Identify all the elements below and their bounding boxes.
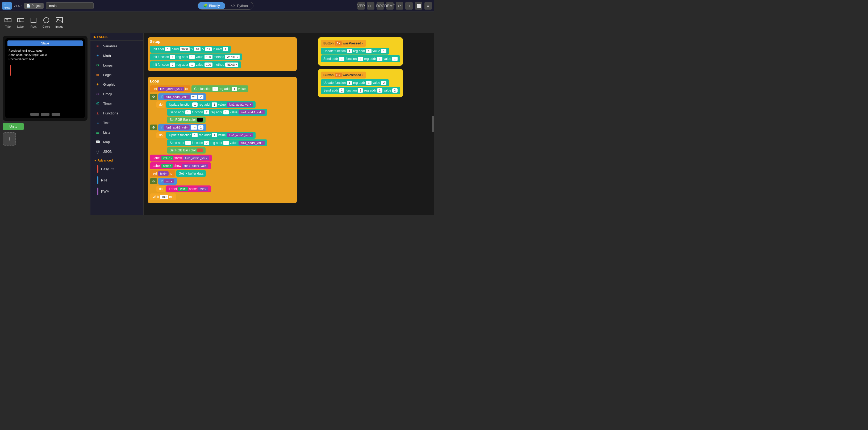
uart-val[interactable]: 1 — [223, 47, 228, 51]
bb-sa[interactable]: 1 — [339, 88, 344, 93]
do1-fn[interactable]: 2 — [204, 110, 209, 114]
if1-num[interactable]: 1 — [170, 55, 175, 59]
label2-val[interactable]: fun1_addr1_val ▾ — [182, 164, 208, 168]
ba-sa[interactable]: 1 — [339, 57, 344, 61]
sidebar-item-easy-io[interactable]: Easy I/O — [90, 163, 143, 175]
face-item-image[interactable]: Image — [55, 17, 64, 28]
do2-uf[interactable]: 1 — [192, 133, 197, 137]
do2-sa[interactable]: 1 — [185, 141, 191, 145]
sidebar-item-pin[interactable]: PIN — [90, 175, 143, 186]
gf-val[interactable]: 1 — [213, 87, 218, 91]
sidebar-item-text[interactable]: ≡ Text — [90, 118, 143, 127]
do1-ra[interactable]: 1 — [223, 110, 229, 114]
monitor-icon[interactable]: □□ — [367, 2, 374, 9]
bb-ra[interactable]: 1 — [377, 88, 382, 93]
face-item-circle[interactable]: Circle — [42, 17, 50, 28]
sidebar-item-variables[interactable]: ≈ Variables — [90, 41, 143, 51]
sidebar-item-json[interactable]: {} JSON — [90, 147, 143, 156]
set-var[interactable]: fun1_addr1_val ▾ — [158, 87, 184, 91]
do2-reg[interactable]: 1 — [212, 133, 217, 137]
blockly-button[interactable]: 🧩 Blockly — [198, 2, 225, 9]
sidebar-item-graphic[interactable]: ✦ Graphic — [90, 80, 143, 89]
btn-a-val[interactable]: A ▾ — [335, 41, 342, 46]
if2-num[interactable]: 2 — [170, 62, 175, 67]
advanced-header[interactable]: ▼ Advanced — [90, 157, 143, 163]
doc-icon[interactable]: DOC — [377, 2, 384, 9]
do1-sv[interactable]: fun1_addr1_val ▾ — [239, 110, 265, 114]
gear-if1[interactable]: ⚙ — [150, 94, 157, 100]
do1-sa[interactable]: 1 — [185, 110, 191, 114]
sidebar-item-loops[interactable]: ↻ Loops — [90, 60, 143, 70]
label1-var[interactable]: value ▾ — [161, 156, 173, 160]
if3-var[interactable]: text ▾ — [163, 179, 174, 183]
init-addr-val[interactable]: 1 — [165, 47, 170, 51]
face-item-title[interactable]: T Title — [4, 17, 12, 28]
do2-ra[interactable]: 1 — [223, 141, 229, 145]
gf-reg[interactable]: 1 — [231, 87, 237, 91]
sidebar-item-map[interactable]: 📖 Map — [90, 137, 143, 147]
menu-icon[interactable]: ≡ — [425, 2, 432, 9]
ver-icon[interactable]: VER — [358, 2, 365, 9]
main-input[interactable] — [46, 2, 94, 9]
fullscreen-icon[interactable]: ⬜ — [415, 2, 422, 9]
wait-val[interactable]: 100 — [160, 195, 168, 199]
sidebar-item-math[interactable]: ± Math — [90, 51, 143, 60]
if1-reg[interactable]: 1 — [189, 55, 195, 59]
do2-fn[interactable]: 2 — [204, 141, 209, 145]
do1-uf[interactable]: 1 — [192, 103, 197, 107]
text-var[interactable]: text ▾ — [158, 171, 168, 176]
gear-if2[interactable]: ⚙ — [150, 124, 157, 131]
ba-sv[interactable]: 1 — [392, 57, 398, 61]
sidebar-item-lists[interactable]: ☰ Lists — [90, 127, 143, 137]
if1-eq[interactable]: = ▾ — [191, 95, 197, 99]
tx-val[interactable]: 16 — [194, 47, 200, 51]
bb-reg[interactable]: 1 — [366, 81, 372, 85]
if1-val[interactable]: 100 — [205, 55, 213, 59]
ba-ra[interactable]: 1 — [377, 57, 382, 61]
sidebar-item-pwm[interactable]: PWM — [90, 186, 143, 197]
gear-if3[interactable]: ⚙ — [150, 178, 157, 184]
sidebar-item-timer[interactable]: ⏱ Timer — [90, 99, 143, 108]
do3-val[interactable]: text ▾ — [197, 187, 208, 191]
if2-eq[interactable]: = ▾ — [191, 125, 197, 130]
project-button[interactable]: 📄 Project — [24, 3, 43, 9]
ba-reg[interactable]: 1 — [366, 49, 372, 53]
btn-b-val[interactable]: B ▾ — [335, 73, 342, 77]
add-unit-button[interactable]: + — [3, 132, 16, 146]
redo-icon[interactable]: ↪ — [405, 2, 413, 9]
if2-val2[interactable]: 1 — [198, 125, 204, 130]
rgb2-swatch[interactable] — [197, 148, 203, 152]
if1-method[interactable]: WRITE ▾ — [225, 55, 239, 59]
ba-fn[interactable]: 2 — [358, 57, 363, 61]
sidebar-item-functions[interactable]: Σ Functions — [90, 108, 143, 118]
canvas-area[interactable]: Setup Init addr 1 baud 9600 tx 16 rx 17 … — [144, 33, 434, 215]
label1-val[interactable]: fun1_addr1_val ▾ — [183, 156, 209, 160]
if1-val2[interactable]: 2 — [198, 95, 204, 99]
do3-var[interactable]: Text ▾ — [178, 187, 188, 191]
bb-fn[interactable]: 2 — [358, 88, 363, 93]
undo-icon[interactable]: ↩ — [396, 2, 403, 9]
bb-uf[interactable]: 1 — [347, 81, 352, 85]
if1-var[interactable]: fun1_addr1_val ▾ — [163, 95, 190, 99]
if2-val[interactable]: 100 — [205, 62, 213, 67]
rgb1-swatch[interactable] — [197, 118, 203, 122]
face-item-label[interactable]: L Label — [17, 17, 25, 28]
bb-val[interactable]: 2 — [381, 81, 386, 85]
label2-var[interactable]: send ▾ — [161, 164, 173, 168]
do1-val[interactable]: fun1_addr1_val ▾ — [227, 103, 253, 107]
do1-reg[interactable]: 1 — [212, 103, 217, 107]
demo-icon[interactable]: DEMO — [386, 2, 394, 9]
if2-method[interactable]: READ ▾ — [225, 62, 238, 67]
face-item-rect[interactable]: Rect — [30, 17, 37, 28]
if2-reg[interactable]: 1 — [189, 62, 195, 67]
rx-val[interactable]: 17 — [205, 47, 212, 51]
units-button[interactable]: Units — [3, 123, 24, 130]
bb-sv[interactable]: 2 — [392, 88, 398, 93]
if2-var[interactable]: fun1_addr1_val ▾ — [163, 125, 190, 130]
do2-val[interactable]: fun1_addr1_val ▾ — [227, 133, 253, 137]
python-button[interactable]: </> Python — [225, 2, 253, 9]
sidebar-item-logic[interactable]: ⊕ Logic — [90, 70, 143, 80]
baud-val[interactable]: 9600 — [180, 47, 189, 51]
sidebar-item-emoji[interactable]: ☺ Emoji — [90, 89, 143, 99]
ba-val[interactable]: 1 — [381, 49, 386, 53]
